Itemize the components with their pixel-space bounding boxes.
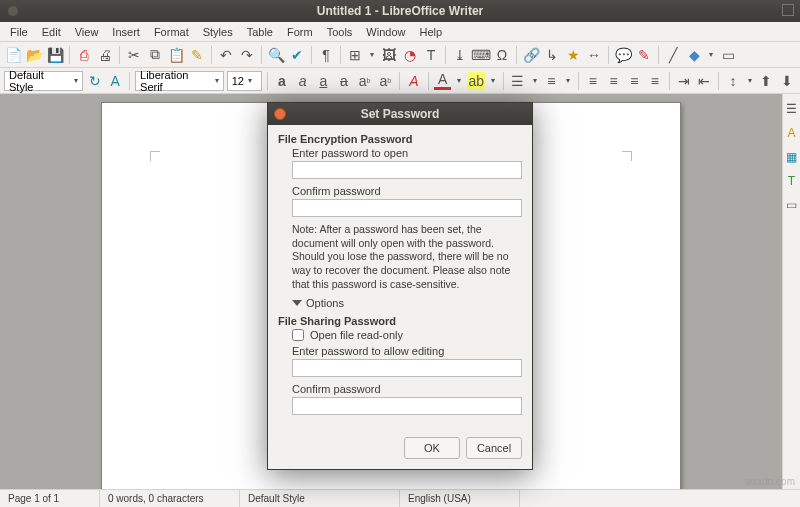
file-sharing-heading: File Sharing Password xyxy=(278,315,522,327)
chevron-down-icon xyxy=(292,300,302,306)
file-encryption-heading: File Encryption Password xyxy=(278,133,522,145)
dialog-titlebar: Set Password xyxy=(268,103,532,125)
modal-overlay: Set Password File Encryption Password En… xyxy=(0,0,800,507)
open-readonly-label: Open file read-only xyxy=(310,329,403,341)
options-expander[interactable]: Options xyxy=(292,297,522,309)
cancel-button[interactable]: Cancel xyxy=(466,437,522,459)
dialog-body: File Encryption Password Enter password … xyxy=(268,125,532,431)
allow-edit-password-input[interactable] xyxy=(292,359,522,377)
enter-password-input[interactable] xyxy=(292,161,522,179)
dialog-title: Set Password xyxy=(361,107,440,121)
password-note: Note: After a password has been set, the… xyxy=(292,223,522,291)
set-password-dialog: Set Password File Encryption Password En… xyxy=(267,102,533,470)
confirm-edit-password-label: Confirm password xyxy=(292,383,522,395)
confirm-password-input[interactable] xyxy=(292,199,522,217)
enter-password-label: Enter password to open xyxy=(292,147,522,159)
dialog-close-button[interactable] xyxy=(274,108,286,120)
allow-edit-password-label: Enter password to allow editing xyxy=(292,345,522,357)
open-readonly-checkbox[interactable] xyxy=(292,329,304,341)
confirm-password-label: Confirm password xyxy=(292,185,522,197)
confirm-edit-password-input[interactable] xyxy=(292,397,522,415)
options-label: Options xyxy=(306,297,344,309)
watermark: wsxdn.com xyxy=(745,476,795,487)
dialog-footer: OK Cancel xyxy=(268,431,532,469)
ok-button[interactable]: OK xyxy=(404,437,460,459)
